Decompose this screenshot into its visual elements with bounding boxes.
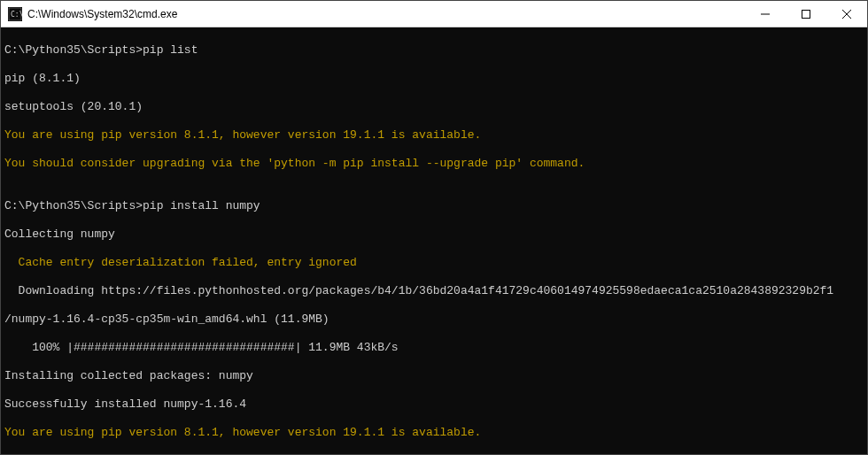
line-success-numpy: Successfully installed numpy-1.16.4 [4,397,864,412]
line-warn1a: You are using pip version 8.1.1, however… [4,128,864,143]
svg-line-5 [842,10,851,19]
cmd-text: pip install numpy [143,199,260,212]
close-button[interactable] [826,1,867,27]
svg-line-6 [842,10,851,19]
line-progress-numpy: 100% |################################| … [4,341,864,355]
prompt-path: C:\Python35\Scripts> [4,43,143,57]
maximize-button[interactable] [786,1,826,27]
line-download-numpy-b: /numpy-1.16.4-cp35-cp35m-win_amd64.whl (… [4,312,864,327]
line-warn1b: You should consider upgrading via the 'p… [4,157,864,171]
line-warn2a: You are using pip version 8.1.1, however… [4,426,864,440]
line-prompt-cmd2: C:\Python35\Scripts>pip install numpy [4,199,864,213]
cmd-window: C:\ C:\Windows\System32\cmd.exe C:\Pytho… [0,0,868,455]
svg-text:C:\: C:\ [11,11,22,19]
title-bar[interactable]: C:\ C:\Windows\System32\cmd.exe [1,1,867,27]
line-installing-numpy: Installing collected packages: numpy [4,369,864,383]
svg-rect-4 [802,10,810,18]
cmd-icon: C:\ [8,7,22,21]
window-title: C:\Windows\System32\cmd.exe [27,8,177,20]
prompt-path: C:\Python35\Scripts> [4,199,143,212]
line-collecting-numpy: Collecting numpy [4,228,864,242]
line-setuptools: setuptools (20.10.1) [4,100,864,114]
line-prompt-cmd1: C:\Python35\Scripts>pip list [4,43,864,58]
line-pip: pip (8.1.1) [4,72,864,86]
line-download-numpy-a: Downloading https://files.pythonhosted.o… [4,284,864,298]
line-cache-warn1: Cache entry deserialization failed, entr… [4,256,864,270]
minimize-button[interactable] [745,1,786,27]
cmd-text: pip list [143,43,198,57]
terminal-output[interactable]: C:\Python35\Scripts>pip list pip (8.1.1)… [1,27,867,454]
